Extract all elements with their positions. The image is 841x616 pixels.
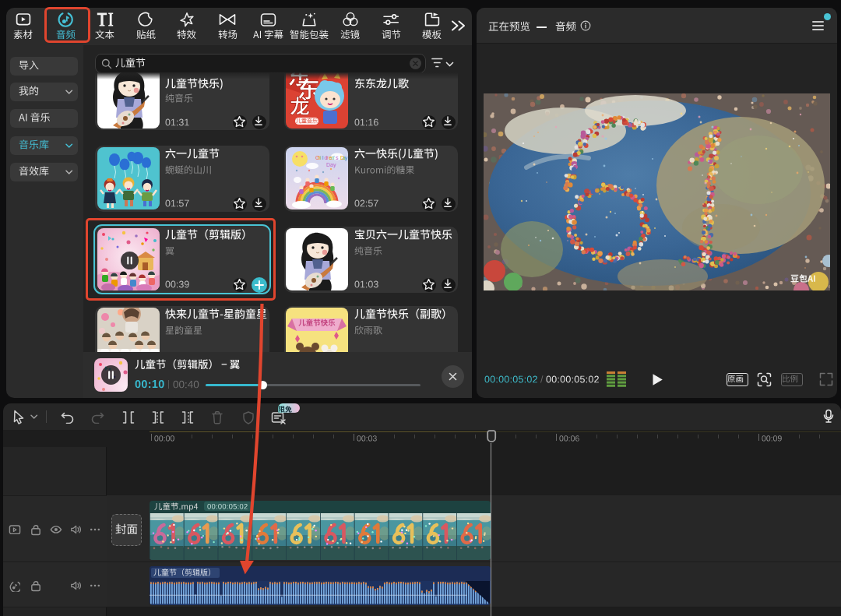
svg-text:': ': [333, 155, 334, 160]
svg-text:Day: Day: [326, 162, 336, 168]
svg-text:y: y: [345, 155, 348, 161]
svg-text:s: s: [336, 155, 339, 160]
